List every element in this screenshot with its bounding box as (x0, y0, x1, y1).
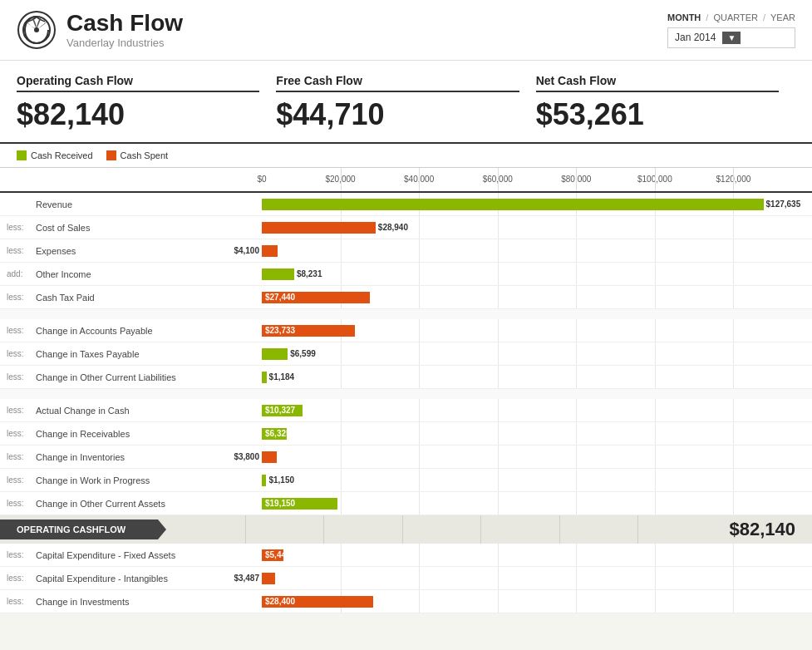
row-label: Change in Accounts Payable (36, 326, 153, 336)
row-label-area: less: Change in Inventories (0, 452, 262, 462)
row-prefix: less: (7, 499, 36, 508)
app-container: Cash Flow Vanderlay Industries MONTH / Q… (0, 0, 812, 613)
row-spacer (0, 389, 812, 399)
chart-row: less: Change in Receivables $6,325 (0, 422, 812, 446)
bar-value-label: $6,599 (290, 349, 316, 358)
row-bar-area: $6,599 (262, 342, 812, 365)
row-bar-area: $4,100 (262, 239, 812, 262)
bar: $19,150 (262, 498, 337, 510)
row-label: Change in Investments (36, 597, 130, 607)
bar: $5,443 (262, 549, 283, 561)
row-label-area: less: Actual Change in Cash (0, 406, 262, 416)
row-bar-area: $10,327 (262, 399, 812, 421)
chart-container: $0$20,000$40,000$60,000$80,000$100,000$1… (0, 168, 812, 613)
row-label: Other Income (36, 269, 91, 279)
bar: $10,327 (262, 405, 303, 416)
bar (262, 268, 294, 280)
row-label-area: less: Change in Other Current Assets (0, 499, 262, 509)
row-bar-area: $6,325 (262, 422, 812, 445)
kpi-net: Net Cash Flow $53,261 (536, 74, 795, 132)
row-label-area: less: Capital Expenditure - Intangibles (0, 574, 262, 584)
row-label: Cost of Sales (36, 223, 90, 233)
dropdown-arrow-icon[interactable]: ▼ (722, 32, 741, 44)
period-quarter-tab[interactable]: QUARTER (713, 12, 758, 22)
grid-line (341, 168, 342, 191)
row-label: Revenue (36, 199, 72, 209)
bar: $28,400 (262, 596, 373, 608)
chart-row: Revenue $127,635 (0, 193, 812, 216)
row-label: Change in Inventories (36, 452, 125, 462)
bar (262, 451, 277, 463)
period-month-tab[interactable]: MONTH (667, 12, 701, 22)
legend-received-dot (17, 150, 27, 160)
row-label: Expenses (36, 246, 76, 256)
svg-point-2 (34, 27, 39, 32)
grid-line (419, 168, 420, 191)
row-label: Change in Receivables (36, 429, 130, 439)
bar-value-label: $8,231 (297, 269, 322, 278)
row-bar-area: $19,150 (262, 492, 812, 515)
chart-row: less: Cost of Sales $28,940 (0, 216, 812, 239)
logo-area: Cash Flow Vanderlay Industries (17, 10, 183, 50)
row-label-area: Revenue (0, 199, 262, 209)
row-prefix: less: (7, 372, 36, 382)
row-label-area: less: Change in Accounts Payable (0, 326, 262, 336)
kpi-free-value: $44,710 (276, 97, 519, 132)
row-bar-area: $1,184 (262, 366, 812, 388)
period-year-tab[interactable]: YEAR (770, 12, 795, 22)
row-label: Capital Expenditure - Fixed Assets (36, 550, 175, 560)
bar-value-label: $127,635 (766, 199, 801, 209)
kpi-free-label: Free Cash Flow (276, 74, 519, 92)
grid-line (498, 168, 499, 191)
company-name: Vanderlay Industries (66, 37, 183, 49)
bar (262, 222, 376, 234)
selected-period: Jan 2014 (675, 32, 716, 43)
bar-value-label: $4,100 (234, 246, 259, 255)
row-label-area: less: Capital Expenditure - Fixed Assets (0, 550, 262, 560)
row-prefix: less: (7, 293, 36, 302)
bar (262, 573, 275, 584)
chart-row: less: Change in Investments $28,400 (0, 590, 812, 613)
bar-value-label: $1,150 (268, 475, 294, 485)
bar-value-label: $3,800 (234, 452, 259, 461)
chart-row: less: Actual Change in Cash $10,327 (0, 399, 812, 422)
section-badge: OPERATING CASHFLOW (0, 520, 166, 539)
logo-icon (17, 10, 57, 50)
chart-row: less: Change in Accounts Payable $23,733 (0, 319, 812, 342)
section-row: OPERATING CASHFLOW $82,140 (0, 515, 812, 544)
row-prefix: less: (7, 574, 36, 583)
chart-row: less: Change in Other Current Assets $19… (0, 492, 812, 515)
chart-row: less: Cash Tax Paid $27,440 (0, 286, 812, 309)
bar (262, 199, 764, 210)
row-label-area: add: Other Income (0, 269, 262, 279)
scale-tick: $0 (257, 175, 266, 184)
row-prefix: less: (7, 246, 36, 255)
section-value: $82,140 (729, 519, 795, 540)
chart-row: less: Capital Expenditure - Fixed Assets… (0, 544, 812, 567)
row-label: Change in Work in Progress (36, 475, 150, 485)
header: Cash Flow Vanderlay Industries MONTH / Q… (0, 0, 812, 61)
period-dropdown[interactable]: Jan 2014 ▼ (667, 27, 795, 48)
kpi-free: Free Cash Flow $44,710 (276, 74, 535, 132)
row-bar-area: $5,443 (262, 544, 812, 566)
chart-row: less: Expenses $4,100 (0, 239, 812, 263)
row-label: Change in Taxes Payable (36, 349, 140, 359)
legend-received-label: Cash Received (31, 150, 93, 160)
bar (262, 348, 288, 360)
row-bar-area: $27,440 (262, 286, 812, 308)
row-prefix: less: (7, 452, 36, 461)
chart-row: less: Change in Other Current Liabilitie… (0, 366, 812, 389)
row-bar-area: $1,150 (262, 469, 812, 491)
grid-line (733, 168, 734, 191)
legend-received: Cash Received (17, 150, 93, 160)
row-bar-area: $28,400 (262, 590, 812, 613)
row-label-area: less: Cost of Sales (0, 223, 262, 233)
period-controls: MONTH / QUARTER / YEAR Jan 2014 ▼ (667, 12, 795, 48)
bar: $27,440 (262, 292, 370, 303)
row-bar-area: $3,800 (262, 446, 812, 468)
row-label-area: less: Change in Work in Progress (0, 475, 262, 485)
row-prefix: less: (7, 550, 36, 559)
chart-row: less: Change in Inventories $3,800 (0, 446, 812, 469)
row-label-area: less: Expenses (0, 246, 262, 256)
chart-row: less: Capital Expenditure - Intangibles … (0, 567, 812, 590)
